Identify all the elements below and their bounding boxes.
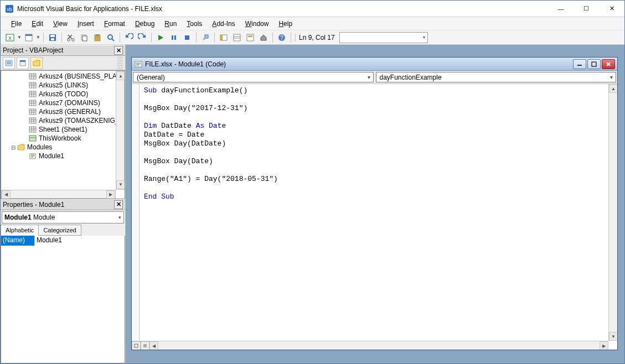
project-tree[interactable]: Arkusz4 (BUSINESS_PLANArkusz5 (LINKS)Ark… [1, 70, 125, 199]
tree-item[interactable]: ⊟Modules [1, 143, 125, 152]
tree-vertical-scrollbar[interactable]: ▲ ▼ [116, 71, 125, 190]
code-window-close-button[interactable] [602, 59, 615, 69]
run-icon[interactable] [154, 32, 167, 44]
property-value[interactable]: Module1 [34, 236, 125, 246]
code-window-maximize-button[interactable] [587, 59, 601, 69]
svg-rect-8 [51, 38, 54, 40]
tree-item-label: Module1 [39, 152, 64, 160]
menu-edit[interactable]: Edit [28, 19, 47, 29]
scroll-right-icon[interactable]: ▶ [106, 190, 115, 199]
help-icon[interactable]: ? [276, 32, 288, 44]
sheet-icon [28, 117, 37, 124]
code-window-title: FILE.xlsx - Module1 (Code) [145, 60, 226, 68]
tree-item[interactable]: ThisWorkbook [1, 134, 125, 143]
scroll-right-icon[interactable]: ▶ [600, 341, 608, 350]
sheet-icon [28, 108, 37, 116]
svg-rect-61 [29, 118, 36, 123]
redo-icon[interactable] [136, 32, 148, 44]
scroll-up-icon[interactable]: ▲ [609, 84, 617, 93]
object-browser-icon[interactable] [244, 32, 256, 44]
tree-item[interactable]: Arkusz5 (LINKS) [1, 81, 125, 90]
project-panel-header: Project - VBAProject ✕ [1, 45, 125, 56]
tree-item[interactable]: Arkusz6 (TODO) [1, 90, 125, 98]
properties-object-selector[interactable]: Module1 Module [2, 211, 124, 223]
properties-panel-close-icon[interactable]: ✕ [114, 200, 123, 209]
design-mode-icon[interactable] [199, 32, 211, 44]
code-window-titlebar[interactable]: FILE.xlsx - Module1 (Code) [132, 58, 617, 71]
menu-file[interactable]: File [7, 19, 25, 29]
code-horizontal-scrollbar[interactable]: ◀ ▶ [132, 341, 608, 350]
menu-run[interactable]: Run [161, 19, 180, 29]
copy-icon[interactable] [78, 32, 90, 44]
view-code-icon[interactable] [3, 57, 15, 69]
svg-rect-18 [172, 35, 173, 40]
tree-item-label: Sheet1 (Sheet1) [39, 126, 87, 133]
menu-tools[interactable]: Tools [183, 19, 206, 29]
tab-categorized[interactable]: Categorized [38, 225, 81, 236]
procedure-view-icon[interactable] [132, 341, 141, 350]
project-panel-close-icon[interactable]: ✕ [114, 46, 123, 55]
undo-icon[interactable] [123, 32, 135, 44]
cut-icon[interactable] [65, 32, 77, 44]
save-icon[interactable] [47, 32, 59, 44]
code-vertical-scrollbar[interactable]: ▲ ▼ [608, 84, 617, 341]
tree-item-label: ThisWorkbook [39, 134, 81, 142]
full-module-view-icon[interactable] [141, 341, 149, 350]
menu-add-ins[interactable]: Add-Ins [208, 19, 239, 29]
dropdown-arrow-icon[interactable]: ▼ [36, 35, 40, 40]
svg-rect-12 [82, 36, 87, 41]
project-toolbar [1, 56, 125, 70]
toggle-folders-icon[interactable] [30, 57, 43, 69]
sheet-icon [28, 99, 37, 107]
properties-grid[interactable]: (Name) Module1 [1, 236, 125, 364]
scroll-down-icon[interactable]: ▼ [609, 332, 617, 341]
tree-item[interactable]: Arkusz8 (GENERAL) [1, 107, 125, 116]
break-icon[interactable] [168, 32, 180, 44]
sheet-icon [28, 90, 37, 98]
insert-module-icon[interactable] [23, 32, 35, 44]
tree-item[interactable]: Arkusz4 (BUSINESS_PLAN [1, 72, 125, 81]
tab-alphabetic[interactable]: Alphabetic [1, 225, 39, 236]
menu-format[interactable]: Format [100, 19, 129, 29]
tree-item[interactable]: Sheet1 (Sheet1) [1, 125, 125, 134]
code-window-minimize-button[interactable] [573, 59, 586, 69]
tree-item[interactable]: Arkusz7 (DOMAINS) [1, 98, 125, 107]
toolbar-combo[interactable] [339, 32, 428, 43]
toolbox-icon[interactable] [257, 32, 270, 44]
tree-item-label: Arkusz9 (TOMASZKENIG_ [39, 117, 118, 124]
scroll-down-icon[interactable]: ▼ [116, 180, 125, 189]
tree-item[interactable]: Module1 [1, 152, 125, 160]
menu-help[interactable]: Help [275, 19, 296, 29]
close-button[interactable]: ✕ [599, 1, 624, 17]
properties-panel-title: Properties - Module1 [3, 201, 64, 209]
scroll-left-icon[interactable]: ◀ [2, 190, 11, 199]
find-icon[interactable] [105, 32, 117, 44]
left-column: Project - VBAProject ✕ Arkusz4 (BUSINESS… [1, 45, 126, 363]
procedure-dropdown[interactable]: dayFunctionExample [376, 72, 617, 82]
menu-window[interactable]: Window [241, 19, 273, 29]
maximize-button[interactable]: ☐ [574, 1, 599, 17]
svg-rect-5 [25, 34, 32, 36]
view-object-icon[interactable] [17, 57, 29, 69]
project-explorer-icon[interactable] [218, 32, 230, 44]
reset-icon[interactable] [181, 32, 193, 44]
menu-debug[interactable]: Debug [131, 19, 158, 29]
properties-window-icon[interactable] [231, 32, 243, 44]
code-editor[interactable]: Sub dayFunctionExample() MsgBox Day("201… [132, 84, 617, 350]
tree-horizontal-scrollbar[interactable]: ◀ ▶ [1, 190, 116, 199]
paste-icon[interactable] [91, 32, 104, 44]
scroll-left-icon[interactable]: ◀ [149, 341, 158, 350]
object-dropdown[interactable]: (General) [133, 72, 374, 82]
menu-view[interactable]: View [49, 19, 71, 29]
svg-rect-24 [234, 34, 240, 41]
dropdown-arrow-icon[interactable]: ▼ [17, 35, 22, 40]
scroll-up-icon[interactable]: ▲ [116, 71, 125, 80]
tree-item-label: Modules [27, 143, 52, 151]
code-text[interactable]: Sub dayFunctionExample() MsgBox Day("201… [144, 86, 608, 341]
menu-insert[interactable]: Insert [74, 19, 98, 29]
view-excel-icon[interactable]: X [4, 32, 16, 44]
tree-item[interactable]: Arkusz9 (TOMASZKENIG_ [1, 116, 125, 125]
tree-item-label: Arkusz4 (BUSINESS_PLAN [39, 72, 121, 80]
minimize-button[interactable]: — [548, 1, 574, 17]
code-gutter [132, 84, 140, 341]
